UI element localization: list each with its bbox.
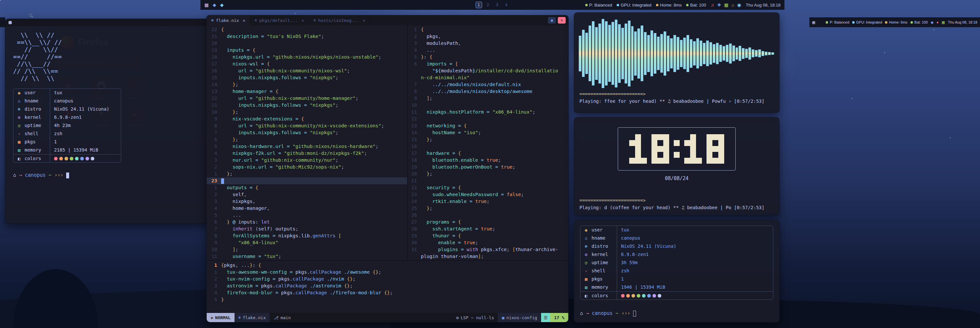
code-line[interactable]: 5 ... [207,212,407,219]
code-line[interactable]: 2 sops-nix.url = "github:Mic92/sops-nix"… [207,164,407,171]
tray-icon[interactable]: ⌂ [732,2,734,8]
code-line[interactable]: 23 sudo.wheelNeedsPassword = false; [408,191,568,198]
code-line[interactable]: 8 url = "github:nix-community/nix-vscode… [207,122,407,129]
cava-visualizer-window[interactable]: =======================> Playing: ffee f… [574,13,780,113]
code-line[interactable]: 22 security = { [408,184,568,191]
code-line[interactable]: 11 username = "tux"; [207,253,407,260]
code-line[interactable]: 6 } @ inputs: let [207,219,407,225]
code-line[interactable]: 10 }; [207,109,407,116]
editor-tab[interactable]: ❄hosts/isoImag...× [309,15,370,25]
code-line[interactable]: 12 url = "github:nix-community/home-mana… [207,95,407,102]
tray-icon[interactable]: ▦ [724,2,729,8]
code-line[interactable]: 8 ../../modules/nixos/desktop/awesome [408,88,568,95]
code-line[interactable]: 30 enable = true; [408,239,568,246]
code-line[interactable]: 17 nixos-wsl = { [207,60,407,67]
tabline-pin-button[interactable]: ◉ [548,17,556,24]
workspace-button[interactable]: 3 [494,2,501,8]
neovim-window[interactable]: ❄flake.nix×❄pkgs/default...×❄hosts/isoIm… [206,15,569,322]
terminal-body[interactable]: \\ \\ // ==\\__\\/ // // \\// ==// //== … [5,26,220,184]
code-line[interactable]: plugin thunar-volman]; [408,253,568,260]
tray-icon[interactable]: ❖ [717,2,721,8]
code-line[interactable]: 9 nix-vscode-extensions = { [207,116,407,122]
tray-icon[interactable]: ◆ [931,20,934,25]
code-line[interactable]: "${modulesPath}/installer/cd-dvd/install… [408,67,568,74]
code-line[interactable]: 15 }; [408,136,568,143]
code-line[interactable]: 10 ]; [207,246,407,253]
flake-nix-pane[interactable]: 22{21 description = "tux's NixOS Flake";… [207,25,407,260]
code-line[interactable]: 25 }; [408,205,568,212]
code-line[interactable]: 1{pkgs, ...}: { [207,262,568,269]
code-line[interactable]: 27 programs = { [408,219,568,225]
code-line[interactable]: 18 bluetooth.enable = true; [408,157,568,164]
tray-icon[interactable]: ▦ [942,20,945,25]
code-line[interactable]: 9 ]; [408,95,568,102]
terminal-window[interactable]: \\ \\ // ==\\__\\/ // // \\// ==// //== … [5,19,220,223]
code-line[interactable]: 5} [207,296,568,303]
code-line[interactable]: 28 ssh.startAgent = true; [408,225,568,233]
code-line[interactable]: 29 thunar = { [408,233,568,239]
code-line[interactable]: 5}: { [408,54,568,60]
code-line[interactable]: 1{ [408,26,568,33]
code-line[interactable]: 2 tux-nvim-config = pkgs.callPackage ./n… [207,276,568,282]
code-line[interactable]: 14 }; [207,81,407,88]
code-line[interactable]: 31 plugins = with pkgs.xfce; [thunar-arc… [408,246,568,253]
code-line[interactable]: 3 astronvim = pkgs.callPackage ./astronv… [207,282,568,289]
code-line[interactable]: 2 self, [207,191,407,198]
launcher-icon[interactable]: ◆ [213,2,216,8]
code-line[interactable]: 7 ../../modules/nixos/default.nix [408,81,568,88]
code-line[interactable]: 11 nixpkgs.hostPlatform = "x86_64-linux"… [408,109,568,116]
code-line[interactable]: 10 [408,102,568,109]
code-line[interactable]: 6 imports = [ [408,60,568,67]
tab-close-icon[interactable]: × [243,17,245,24]
code-line[interactable]: 21 description = "tux's NixOS Flake"; [207,33,407,40]
code-line[interactable]: 19 inputs = { [207,47,407,54]
code-line[interactable]: 1 tux-awesome-wm-config = pkgs.callPacka… [207,269,568,276]
launcher-icon[interactable]: ◆ [220,2,224,8]
code-line[interactable]: 13 networking = { [408,122,568,129]
fastfetch-window[interactable]: ◉usertux⌂hnamecanopus❄distroNixOS 24.11 … [574,220,780,322]
terminal-titlebar[interactable] [5,19,220,26]
code-line[interactable]: 7 inputs.nixpkgs.follows = "nixpkgs"; [207,129,407,136]
code-line[interactable]: 26 [408,212,568,219]
code-line[interactable]: 1 outputs = { [207,184,407,191]
shell-prompt[interactable]: ⌂→canopus~››› [580,310,773,317]
code-line[interactable]: 16 url = "github:nix-community/nixos-wsl… [207,67,407,74]
pkgs-default-pane[interactable]: 1{pkgs, ...}: {1 tux-awesome-wm-config =… [207,261,568,313]
tray-icon[interactable]: ● [936,20,939,24]
code-line[interactable]: 12 [408,116,568,122]
code-line[interactable]: 22{ [207,26,407,33]
tabline-close-button[interactable]: × [558,17,566,24]
code-line[interactable]: 2 pkgs, [408,33,568,40]
code-line[interactable]: 5 nixos-hardware.url = "github:nixos/nix… [207,143,407,150]
titlebar-button[interactable] [8,21,12,24]
code-line[interactable]: 16 [408,143,568,150]
code-line[interactable]: 11 inputs.nixpkgs.follows = "nixpkgs"; [207,102,407,109]
code-line[interactable]: 8 forAllSystems = nixpkgs.lib.genAttrs [ [207,233,407,239]
code-line[interactable]: n-cd-minimal.nix" [408,74,568,81]
tab-close-icon[interactable]: × [301,17,304,24]
clock-window[interactable]: 08/08/24 =======================> Playin… [574,117,780,215]
workspace-button[interactable]: 1 [476,2,482,8]
code-line[interactable]: 14 hostName = "iso"; [408,129,568,136]
tray-icon[interactable]: ♫ [711,2,714,8]
workspace-button[interactable]: 2 [485,2,491,8]
code-line[interactable]: 4 firefox-mod-blur = pkgs.callPackage ./… [207,289,568,296]
code-line[interactable]: 18 nixpkgs.url = "github:nixos/nixpkgs/n… [207,54,407,60]
code-line[interactable]: 15 inputs.nixpkgs.follows = "nixpkgs"; [207,74,407,81]
code-line[interactable]: 4 home-manager, [207,205,407,212]
code-line[interactable]: 3 nixpkgs, [207,198,407,205]
tab-close-icon[interactable]: × [363,17,365,24]
code-line[interactable]: 9 "x86_64-linux" [207,239,407,246]
code-line[interactable]: 21 [408,177,568,184]
code-line[interactable]: 19 bluetooth.powerOnBoot = true; [408,164,568,171]
launcher-icon[interactable]: ▦ [812,20,815,25]
code-line[interactable]: 1 }; [207,171,407,177]
shell-prompt[interactable]: ⌂→canopus~››› [13,172,212,179]
editor-tab[interactable]: ❄pkgs/default...× [250,15,309,25]
code-line[interactable]: 6 }; [207,136,407,143]
code-line[interactable]: 24 rtkit.enable = true; [408,198,568,205]
code-line[interactable]: 7 inherit (self) outputs; [207,225,407,233]
code-line[interactable]: 13 home-manager = { [207,88,407,95]
code-line[interactable]: 3 nur.url = "github:nix-community/nur"; [207,157,407,164]
launcher-icon[interactable]: ▦ [204,2,208,8]
